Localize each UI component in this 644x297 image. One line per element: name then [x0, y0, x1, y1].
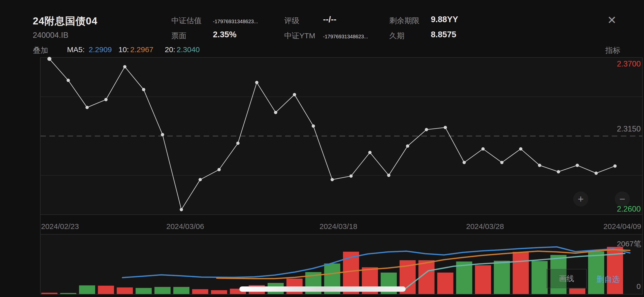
volume-bar	[41, 293, 57, 294]
valuation-point	[236, 142, 240, 145]
zoom-in-button[interactable]: +	[573, 191, 588, 207]
minus-icon: −	[619, 194, 625, 204]
chart-scrollbar[interactable]	[239, 286, 406, 292]
valuation-point	[500, 161, 503, 164]
valuation-point	[255, 81, 259, 84]
field-value-rating: --/--	[323, 15, 336, 24]
volume-bar	[98, 286, 114, 294]
y-axis-mid-label: 2.3150	[617, 124, 641, 134]
volume-bar	[588, 251, 604, 294]
valuation-point	[293, 93, 296, 96]
close-icon[interactable]: ✕	[607, 15, 617, 26]
valuation-point	[142, 88, 145, 91]
field-value-valuation: -17976931348623...	[213, 19, 258, 24]
valuation-point	[67, 79, 70, 82]
ma10-value: 2.2967	[130, 45, 153, 54]
page-title: 24附息国债04	[33, 14, 98, 28]
valuation-point	[47, 57, 51, 61]
valuation-point	[557, 170, 560, 173]
volume-bar	[136, 288, 152, 294]
remove-watchlist-button[interactable]: 删自选	[596, 274, 620, 285]
zoom-out-button[interactable]: −	[615, 191, 630, 207]
draw-line-button[interactable]: 画线	[546, 269, 587, 288]
valuation-point	[463, 161, 466, 164]
price-volume-chart[interactable]	[0, 0, 644, 297]
date-tick-3: 2024/03/18	[319, 222, 357, 231]
ma20-value: 2.3040	[177, 45, 200, 54]
indicator-button[interactable]: 指标	[605, 45, 620, 56]
field-value-maturity: 9.88YY	[431, 15, 458, 24]
valuation-point	[576, 164, 579, 167]
field-label-valuation: 中证估值	[171, 16, 202, 26]
volume-bar	[117, 287, 133, 294]
ma5-value: 2.2909	[89, 45, 112, 54]
volume-bar	[192, 289, 208, 294]
volume-max-label: 2067笔	[617, 239, 641, 249]
valuation-point	[161, 133, 164, 136]
field-value-ytm: -17976931348623...	[323, 34, 368, 40]
valuation-point	[180, 208, 183, 211]
field-label-maturity: 剩余期限	[389, 16, 420, 26]
date-tick-4: 2024/03/28	[466, 222, 504, 231]
volume-min-label: 0	[636, 282, 641, 291]
y-axis-top-label: 2.3700	[617, 59, 641, 69]
valuation-point	[613, 164, 617, 168]
valuation-point	[274, 111, 277, 114]
volume-bar	[437, 273, 453, 294]
valuation-point	[481, 147, 485, 151]
field-label-rating: 评级	[284, 16, 299, 26]
valuation-point	[331, 178, 334, 181]
field-label-coupon: 票面	[171, 31, 186, 41]
valuation-point	[312, 124, 315, 128]
volume-bar	[79, 285, 95, 294]
valuation-point	[595, 172, 598, 175]
field-value-coupon: 2.35%	[213, 30, 237, 39]
volume-bar	[154, 287, 171, 294]
valuation-point	[104, 98, 108, 101]
field-value-duration: 8.8575	[431, 30, 456, 39]
valuation-point	[538, 164, 541, 167]
volume-bar	[569, 288, 585, 294]
volume-bar	[513, 252, 529, 294]
bond-detail-screen: { "header": { "title": "24附息国债04", "code…	[0, 0, 644, 297]
ma20-prefix: 20:	[165, 45, 175, 54]
date-tick-2: 2024/03/06	[166, 222, 204, 231]
field-label-duration: 久期	[389, 31, 404, 41]
security-code: 240004.IB	[33, 31, 68, 40]
volume-bar	[475, 265, 491, 294]
valuation-point	[123, 65, 126, 68]
valuation-point	[387, 174, 390, 177]
date-tick-5: 2024/04/09	[603, 222, 641, 231]
draw-line-label: 画线	[559, 274, 574, 284]
valuation-point	[425, 128, 428, 131]
valuation-point	[349, 174, 353, 178]
valuation-point	[85, 106, 89, 109]
valuation-point	[217, 168, 221, 171]
valuation-point	[406, 144, 409, 148]
date-tick-1: 2024/02/23	[41, 222, 79, 231]
volume-bar	[60, 293, 76, 294]
ma5-prefix: MA5:	[67, 45, 85, 54]
volume-bar	[494, 261, 510, 294]
volume-bar	[173, 287, 189, 294]
valuation-point	[368, 151, 372, 154]
field-label-ytm: 中证YTM	[284, 31, 315, 41]
valuation-point	[519, 147, 522, 151]
plus-icon: +	[578, 194, 584, 204]
volume-bar	[532, 261, 548, 294]
valuation-point	[199, 178, 202, 181]
ma10-prefix: 10:	[118, 45, 129, 54]
volume-bar	[211, 290, 227, 294]
valuation-point	[444, 126, 447, 129]
overlay-button[interactable]: 叠加	[33, 45, 48, 56]
